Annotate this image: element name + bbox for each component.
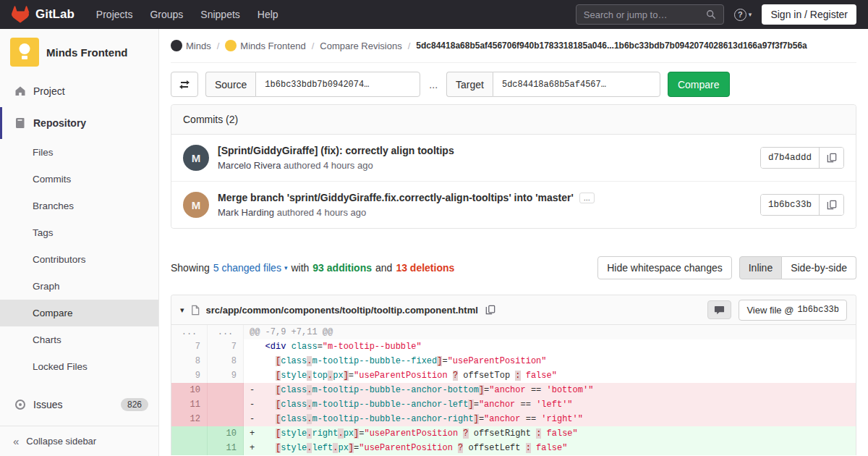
commit-sha-button[interactable]: 1b6bc33b [761,195,819,215]
commit-title-link[interactable]: Merge branch 'sprint/GiddyGiraffe.fix.co… [218,192,574,203]
changed-files-dropdown[interactable]: 5 changed files ▾ [213,262,288,274]
commit-author-link[interactable]: Mark Harding [218,207,274,218]
collapse-sidebar-label: Collapse sidebar [26,436,96,447]
new-line-number[interactable] [208,383,244,397]
breadcrumb: Minds/Minds Frontend/Compare Revisions/5… [171,29,856,63]
sidebar-subitem-charts[interactable]: Charts [0,326,158,353]
nav-links: ProjectsGroupsSnippetsHelp [96,9,278,20]
search-box[interactable] [576,4,724,25]
old-line-number[interactable]: 9 [171,368,208,383]
swap-revisions-button[interactable] [171,72,198,97]
source-branch-value: 1b6bc33bdb7b0942074… [265,80,369,90]
sidebar-nav: Project Repository FilesCommitsBranchesT… [0,75,158,421]
commit-description-expander[interactable]: ... [579,193,595,203]
commits-panel: Commits (2) M [Sprint/GiddyGiraffe] (fix… [171,104,856,229]
new-line-number[interactable]: 10 [208,426,244,441]
file-icon [190,305,200,316]
view-file-button[interactable]: View file @ 1b6bc33b [739,300,847,321]
diff-view-toggle: Inline Side-by-side [739,256,856,279]
compare-button[interactable]: Compare [668,72,730,97]
search-input[interactable] [584,9,706,20]
breadcrumb-link-minds[interactable]: Minds [186,41,211,51]
diff-code: - [class.m-tooltip--bubble--anchor-botto… [244,383,856,397]
nav-link-help[interactable]: Help [258,9,278,20]
commit-author-avatar[interactable]: M [183,145,209,171]
diff-code: @@ -7,9 +7,11 @@ [244,325,856,339]
old-line-number[interactable] [171,441,208,455]
old-line-number[interactable] [171,426,208,441]
sidebar-subitem-files[interactable]: Files [0,139,158,166]
hide-whitespace-button[interactable]: Hide whitespace changes [597,256,732,279]
lightbulb-base [22,56,27,59]
file-path[interactable]: src/app/common/components/tooltip/toolti… [206,305,478,316]
new-line-number: ... [208,325,244,339]
sign-in-button[interactable]: Sign in / Register [762,4,856,25]
sidebar-subitem-tags[interactable]: Tags [0,219,158,246]
commit-sha-group: 1b6bc33b [760,194,844,216]
commit-sha-button[interactable]: d7b4addd [761,148,819,168]
sidebar-item-issues[interactable]: Issues 826 [0,389,158,421]
sidebar-subitem-contributors[interactable]: Contributors [0,246,158,273]
new-line-number[interactable] [208,412,244,426]
top-navbar: GitLab ProjectsGroupsSnippetsHelp ? ▾ Si… [0,0,868,29]
commit-author-link[interactable]: Marcelo Rivera [218,160,281,171]
project-avatar[interactable] [10,38,39,67]
new-line-number[interactable]: 9 [208,368,244,383]
collapse-file-caret-icon[interactable]: ▾ [180,305,184,315]
sidebar-subitem-compare[interactable]: Compare [0,300,158,326]
project-name[interactable]: Minds Frontend [46,46,128,59]
old-line-number[interactable]: 7 [171,339,208,354]
clipboard-icon [827,153,837,163]
search-icon [706,9,716,20]
sidebar-subitem-commits[interactable]: Commits [0,166,158,193]
sidebar-item-repository[interactable]: Repository [0,107,158,139]
old-line-number[interactable]: 11 [171,397,208,412]
help-menu-button[interactable]: ? ▾ [734,9,752,21]
target-branch-dropdown[interactable]: 5dc84418a68b5af4567… [493,72,660,97]
breadcrumb-link-minds-frontend[interactable]: Minds Frontend [240,41,305,51]
source-branch-dropdown[interactable]: 1b6bc33bdb7b0942074… [255,72,420,97]
compare-form: Source 1b6bc33bdb7b0942074… ... Target 5… [171,72,856,97]
diff-line-add: 11+ [style.left.px]="useParentPosition ?… [171,441,856,455]
comment-icon [714,305,725,316]
main-content: Minds/Minds Frontend/Compare Revisions/5… [159,29,868,456]
breadcrumb-link-compare-revisions[interactable]: Compare Revisions [320,41,401,51]
copy-sha-button[interactable] [819,195,843,215]
toggle-comments-button[interactable] [707,300,731,319]
sidebar-subitem-branches[interactable]: Branches [0,193,158,219]
sidebar-item-label: Project [33,85,65,97]
question-icon: ? [734,9,746,21]
sidebar-subitem-graph[interactable]: Graph [0,273,158,300]
nav-link-projects[interactable]: Projects [96,9,133,20]
nav-link-snippets[interactable]: Snippets [200,9,239,20]
copy-file-path-button[interactable] [484,303,497,316]
inline-view-button[interactable]: Inline [739,256,782,279]
old-line-number[interactable]: 10 [171,383,208,397]
commit-title-link[interactable]: [Sprint/GiddyGiraffe] (fix): correctly a… [218,145,454,156]
issues-icon [14,399,26,410]
gitlab-wordmark: GitLab [35,7,75,22]
diff-line-del: 10- [class.m-tooltip--bubble--anchor-bot… [171,383,856,397]
nav-link-groups[interactable]: Groups [150,9,183,20]
new-line-number[interactable]: 8 [208,354,244,368]
breadcrumb-item: Minds [171,40,211,51]
sidebar-subitem-locked-files[interactable]: Locked Files [0,353,158,380]
new-line-number[interactable]: 7 [208,339,244,354]
commits-panel-header: Commits (2) [171,105,856,135]
diff-view-controls: Hide whitespace changes Inline Side-by-s… [597,256,856,279]
chevron-double-left-icon: « [13,435,19,447]
home-icon [14,85,26,97]
gitlab-home-link[interactable]: GitLab [12,6,75,23]
commit-author-avatar[interactable]: M [183,192,209,218]
caret-down-icon: ▾ [749,11,752,18]
copy-sha-button[interactable] [819,148,843,168]
sidebar-item-project[interactable]: Project [0,75,158,107]
side-by-side-view-button[interactable]: Side-by-side [782,256,856,279]
commit-meta-text: authored 4 hours ago [277,207,367,218]
new-line-number[interactable]: 11 [208,441,244,455]
old-line-number[interactable]: 8 [171,354,208,368]
collapse-sidebar-button[interactable]: « Collapse sidebar [0,426,158,456]
breadcrumb-item: Compare Revisions [320,41,401,51]
new-line-number[interactable] [208,397,244,412]
old-line-number[interactable]: 12 [171,412,208,426]
